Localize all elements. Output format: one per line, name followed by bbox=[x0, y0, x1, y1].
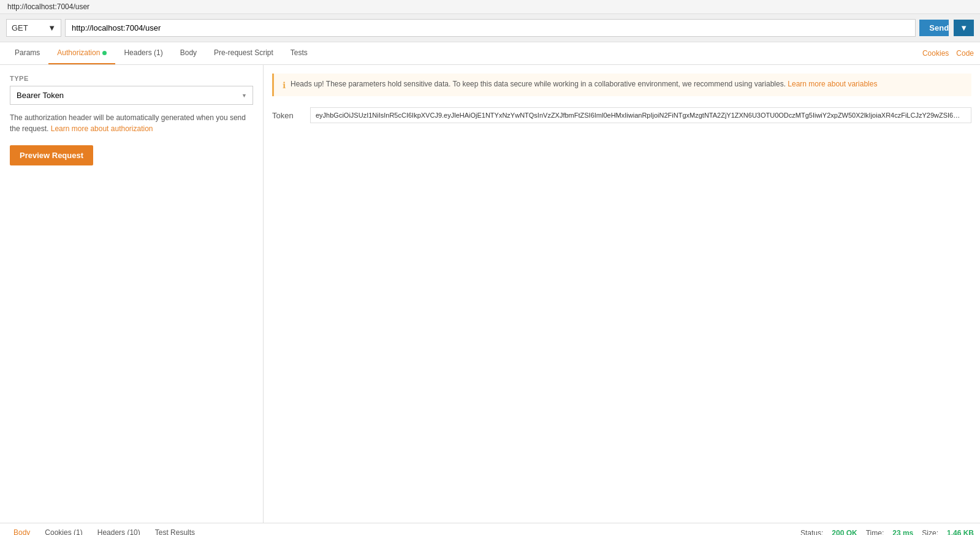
method-select[interactable]: GET ▼ bbox=[6, 19, 61, 37]
main-content: TYPE Bearer Token The authorization head… bbox=[0, 65, 980, 523]
response-tabs-row: Body Cookies (1) Headers (10) Test Resul… bbox=[0, 523, 980, 535]
authorization-dot bbox=[102, 51, 107, 55]
title-url: http://localhost:7004/user bbox=[7, 2, 89, 11]
response-section: Body Cookies (1) Headers (10) Test Resul… bbox=[0, 523, 980, 535]
url-bar: GET ▼ Send ▼ bbox=[0, 14, 980, 42]
tab-tests[interactable]: Tests bbox=[282, 42, 316, 64]
title-bar: http://localhost:7004/user bbox=[0, 0, 980, 14]
learn-more-variables-link[interactable]: Learn more about variables bbox=[788, 80, 877, 88]
cookies-link[interactable]: Cookies bbox=[922, 49, 949, 58]
type-select-wrap: Bearer Token bbox=[10, 86, 253, 105]
tab-headers[interactable]: Headers (1) bbox=[115, 42, 171, 64]
method-label: GET bbox=[12, 23, 28, 32]
token-label: Token bbox=[272, 111, 303, 120]
tab-body[interactable]: Body bbox=[172, 42, 205, 64]
auth-description: The authorization header will be automat… bbox=[10, 112, 253, 134]
type-label: TYPE bbox=[10, 75, 253, 82]
response-tab-body[interactable]: Body bbox=[6, 523, 37, 535]
tab-params[interactable]: Params bbox=[6, 42, 48, 64]
url-input[interactable] bbox=[65, 19, 916, 37]
size-label: Size: bbox=[922, 529, 938, 535]
info-text: Heads up! These parameters hold sensitiv… bbox=[291, 80, 786, 88]
response-tab-headers[interactable]: Headers (10) bbox=[90, 523, 148, 535]
token-input[interactable] bbox=[310, 107, 971, 123]
time-label: Time: bbox=[866, 529, 884, 535]
request-tabs-right: Cookies Code bbox=[922, 49, 974, 58]
info-icon: ℹ bbox=[283, 80, 286, 90]
time-value: 23 ms bbox=[892, 529, 913, 535]
learn-more-link[interactable]: Learn more about authorization bbox=[51, 124, 153, 133]
size-value: 1.46 KB bbox=[947, 529, 974, 535]
response-tab-cookies[interactable]: Cookies (1) bbox=[37, 523, 89, 535]
response-tab-test-results[interactable]: Test Results bbox=[148, 523, 202, 535]
send-arrow-button[interactable]: ▼ bbox=[954, 20, 974, 36]
tab-pre-request-script[interactable]: Pre-request Script bbox=[205, 42, 282, 64]
info-banner: ℹ Heads up! These parameters hold sensit… bbox=[272, 74, 971, 96]
auth-panel: TYPE Bearer Token The authorization head… bbox=[0, 65, 264, 523]
tab-authorization[interactable]: Authorization bbox=[48, 42, 115, 64]
status-bar: Status: 200 OK Time: 23 ms Size: 1.46 KB bbox=[800, 529, 974, 535]
code-link[interactable]: Code bbox=[956, 49, 974, 58]
request-tabs: Params Authorization Headers (1) Body Pr… bbox=[0, 42, 980, 65]
status-label: Status: bbox=[800, 529, 823, 535]
status-value: 200 OK bbox=[832, 529, 857, 535]
method-arrow: ▼ bbox=[48, 23, 56, 32]
send-button[interactable]: Send bbox=[919, 20, 949, 36]
type-select[interactable]: Bearer Token bbox=[10, 86, 253, 105]
auth-right-panel: ℹ Heads up! These parameters hold sensit… bbox=[264, 65, 980, 523]
preview-request-button[interactable]: Preview Request bbox=[10, 145, 93, 165]
token-row: Token bbox=[264, 102, 980, 128]
